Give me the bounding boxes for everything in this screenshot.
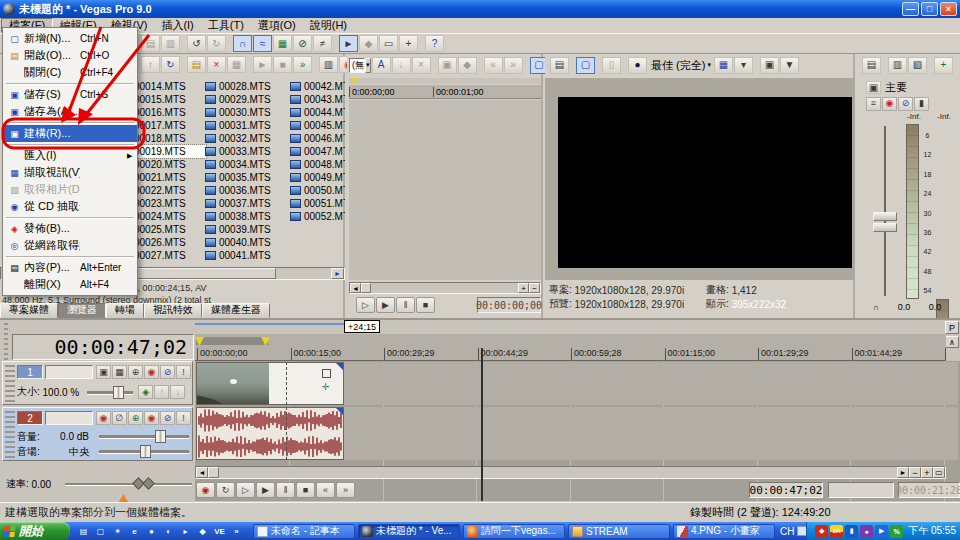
- event-fx-icon[interactable]: ✛: [322, 383, 331, 392]
- record-input-icon[interactable]: ⊕: [128, 411, 143, 425]
- dock-tab[interactable]: 媒體產生器: [202, 303, 270, 318]
- transport-selection-field[interactable]: [828, 482, 894, 498]
- file-item[interactable]: 00048.MTS: [288, 158, 345, 171]
- file-item[interactable]: 00042.MTS: [288, 80, 345, 93]
- scroll-right-arrow-icon[interactable]: ►: [331, 268, 344, 279]
- timeline-zoom-in-icon[interactable]: +: [921, 467, 933, 478]
- file-item[interactable]: 00034.MTS: [203, 158, 291, 171]
- preview-quality-label[interactable]: 最佳 (完全): [651, 58, 705, 73]
- remove-media-icon[interactable]: ×: [412, 57, 431, 74]
- file-item[interactable]: 00028.MTS: [203, 80, 291, 93]
- master-fader-icon[interactable]: ≡: [866, 97, 881, 111]
- master-fader-track[interactable]: [884, 126, 886, 296]
- track-automation-icon[interactable]: ◉: [144, 411, 159, 425]
- save-media-icon[interactable]: ▣: [438, 57, 457, 74]
- up-one-level-icon[interactable]: ↑: [141, 56, 160, 73]
- zoom-edit-tool-icon[interactable]: +: [399, 35, 418, 52]
- file-item[interactable]: 00035.MTS: [203, 171, 291, 184]
- event-pan-crop-icon[interactable]: [322, 369, 331, 378]
- open-in-audio-editor-icon[interactable]: ↓: [392, 57, 411, 74]
- track-size-slider[interactable]: [87, 391, 133, 394]
- ql-vegas-icon[interactable]: VE: [212, 524, 227, 539]
- tray-shield-icon[interactable]: ◆: [815, 525, 828, 538]
- edit-media-icon[interactable]: ◆: [458, 57, 477, 74]
- views-icon[interactable]: ▥: [319, 56, 338, 73]
- media-manager-icon[interactable]: ▦: [227, 56, 246, 73]
- file-menu-item[interactable]: ▣ 儲存(S) Ctrl+S: [3, 86, 137, 103]
- file-item[interactable]: 00031.MTS: [203, 119, 291, 132]
- file-item[interactable]: 00046.MTS: [288, 132, 345, 145]
- file-menu-item[interactable]: ▧ 取得相片(D)...: [3, 181, 137, 198]
- delete-icon[interactable]: ×: [207, 56, 226, 73]
- rate-slider[interactable]: [65, 483, 192, 485]
- file-menu-item[interactable]: ▣ 儲存為(A)...: [3, 103, 137, 120]
- start-button[interactable]: 開始: [0, 522, 70, 540]
- file-item[interactable]: 00052.MTS: [288, 210, 345, 223]
- track-volume-slider[interactable]: [99, 435, 189, 438]
- file-menu-item[interactable]: ▤ 開啟(O)... Ctrl+O: [3, 47, 137, 64]
- copy-snapshot-icon[interactable]: ▣: [760, 57, 779, 74]
- close-button[interactable]: ×: [940, 2, 957, 16]
- downmix-output-icon[interactable]: ▥: [888, 57, 907, 74]
- taskbar-window-button[interactable]: STREAM: [568, 524, 670, 539]
- file-item[interactable]: 00032.MTS: [203, 132, 291, 145]
- ql-firefox-icon[interactable]: ◐: [161, 524, 176, 539]
- transport-current-timecode[interactable]: 00:00:47;02: [749, 482, 823, 498]
- file-menu-item[interactable]: 匯入(I) ▶: [3, 147, 137, 164]
- track-solo-icon[interactable]: !: [176, 365, 191, 379]
- file-menu-item[interactable]: ▤ 內容(P)... Alt+Enter: [3, 259, 137, 276]
- taskbar-window-button[interactable]: 請問一下vegas...: [463, 524, 565, 539]
- timeline-ruler[interactable]: 00:00:00;0000:00:15;0000:00:29;2900:00:4…: [195, 348, 946, 361]
- dock-tab[interactable]: 轉場: [106, 303, 144, 318]
- scrollbar-thumb[interactable]: [208, 467, 219, 478]
- file-item[interactable]: 00041.MTS: [203, 249, 291, 262]
- arm-for-record-icon[interactable]: ◉: [96, 411, 111, 425]
- taskbar-window-button[interactable]: 未命名 - 記事本: [253, 524, 355, 539]
- file-item[interactable]: 00040.MTS: [203, 236, 291, 249]
- master-automation-icon[interactable]: ◉: [882, 97, 897, 111]
- transport-end-timecode[interactable]: 00:00:21;28: [898, 482, 960, 498]
- scroll-up-icon[interactable]: ∧: [945, 336, 959, 348]
- refresh-icon[interactable]: ↻: [161, 56, 180, 73]
- scroll-left-arrow-icon[interactable]: ◄: [196, 467, 208, 478]
- play-from-start-button[interactable]: ▷: [236, 482, 255, 498]
- file-item[interactable]: 00030.MTS: [203, 106, 291, 119]
- tray-player-icon[interactable]: ▶: [875, 525, 888, 538]
- properties-icon[interactable]: ▤: [141, 35, 160, 52]
- fader-lock-icon[interactable]: ∩: [873, 303, 889, 312]
- menu-bar-item[interactable]: 插入(I): [154, 18, 200, 33]
- stop-preview-icon[interactable]: ■: [273, 56, 292, 73]
- lock-envelopes-icon[interactable]: ⊘: [293, 35, 312, 52]
- go-to-end-button[interactable]: »: [336, 482, 355, 498]
- trimmer-display-area[interactable]: [349, 100, 541, 280]
- quality-caret-icon[interactable]: ▾: [707, 61, 711, 69]
- track-solo-icon[interactable]: !: [176, 411, 191, 425]
- file-item[interactable]: 00051.MTS: [288, 197, 345, 210]
- marker-bar[interactable]: [195, 334, 946, 348]
- bus-window-icon[interactable]: ▣: [866, 81, 881, 94]
- next-media-icon[interactable]: »: [504, 57, 523, 74]
- file-item[interactable]: 00029.MTS: [203, 93, 291, 106]
- file-item[interactable]: 00049.MTS: [288, 171, 345, 184]
- trimmer-marker-icon[interactable]: [351, 78, 358, 84]
- enable-snapping-icon[interactable]: ∩: [233, 35, 252, 52]
- play-button[interactable]: ▶: [256, 482, 275, 498]
- scroll-right-arrow-icon[interactable]: ►: [897, 467, 909, 478]
- collapse-track-keyframes-icon[interactable]: ↓: [170, 385, 185, 399]
- video-track-header[interactable]: 1 ▣▦⊕◉⊘! 大小: 100.0 % ◈↑↓: [2, 361, 193, 405]
- pause-button[interactable]: ‖: [396, 297, 415, 313]
- track-motion-icon[interactable]: ⊕: [128, 365, 143, 379]
- track-grip[interactable]: [5, 365, 15, 403]
- title-bar[interactable]: 未標題的 * - Vegas Pro 9.0 — □ ×: [0, 0, 960, 18]
- ql-browser-icon[interactable]: ●: [144, 524, 159, 539]
- slider-thumb[interactable]: [113, 386, 124, 399]
- overlays-caret-icon[interactable]: ▾: [734, 57, 753, 74]
- file-menu-item[interactable]: ◎ 從網路取得媒體(G)...: [3, 237, 137, 254]
- language-indicator[interactable]: CH: [780, 526, 794, 537]
- file-item[interactable]: 00047.MTS: [288, 145, 345, 158]
- save-snapshot-icon[interactable]: ▼: [780, 57, 799, 74]
- new-folder-icon[interactable]: ▤: [187, 56, 206, 73]
- project-overview-button[interactable]: P: [945, 321, 959, 334]
- expand-track-keyframes-icon[interactable]: ↑: [154, 385, 169, 399]
- master-fader-handle[interactable]: [873, 212, 897, 233]
